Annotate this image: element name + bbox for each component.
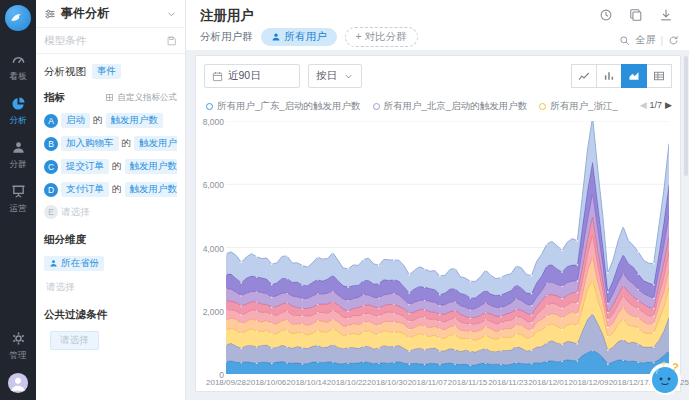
sidebar-header: 事件分析 — [36, 0, 185, 28]
data-point-marker — [500, 277, 502, 279]
chevron-down-icon[interactable] — [166, 8, 177, 19]
nav-item-看板[interactable]: 看板 — [10, 52, 27, 83]
data-point-marker — [363, 259, 365, 261]
gear-icon — [11, 331, 26, 348]
data-point-marker — [531, 275, 533, 277]
dashboard-icon — [11, 52, 26, 69]
download-icon[interactable] — [659, 8, 673, 22]
users-icon — [11, 140, 26, 157]
metric-conjunction: 的 — [112, 183, 122, 196]
metric-row-D[interactable]: D支付订单的触发用户数 — [44, 182, 177, 197]
metric-row-C[interactable]: C提交订单的触发用户数 — [44, 159, 177, 174]
save-icon[interactable] — [166, 35, 177, 46]
metric-event-pill[interactable]: 支付订单 — [61, 182, 109, 197]
chart-type-button-line-chart[interactable] — [571, 64, 597, 88]
metric-event-pill[interactable]: 提交订单 — [61, 159, 109, 174]
app-logo[interactable] — [5, 5, 31, 31]
nav-item-运营[interactable]: 运营 — [10, 184, 27, 215]
data-point-marker — [240, 261, 242, 263]
x-axis-label: 2018/12/17 — [609, 378, 649, 387]
metric-conjunction: 的 — [122, 137, 132, 150]
metric-letter: B — [44, 137, 58, 151]
data-point-marker — [576, 240, 578, 242]
y-axis-label: 6,000 — [198, 180, 224, 190]
metric-event-pill[interactable]: 启动 — [61, 113, 90, 128]
legend-item[interactable]: 所有用户_浙江_启动的触发用户数 — [539, 100, 618, 113]
metric-letter: E — [44, 205, 58, 219]
metric-measure-pill[interactable]: 触发用户数 — [134, 136, 177, 151]
model-conditions-row[interactable]: 模型条件 — [36, 28, 185, 54]
data-point-marker — [317, 256, 319, 258]
cohort-value: 所有用户 — [285, 30, 327, 44]
metric-letter: C — [44, 160, 58, 174]
compare-cohort-button[interactable]: + 对比分群 — [345, 27, 418, 47]
x-axis-label: 2018/10/06 — [246, 378, 286, 387]
search-icon[interactable] — [619, 35, 630, 46]
metric-row-E[interactable]: E请选择 — [44, 205, 177, 219]
x-axis-label: 2018/09/28 — [206, 378, 246, 387]
assistant-mascot[interactable]: ? ? — [647, 358, 685, 396]
legend-page-indicator: 1/7 — [650, 100, 663, 110]
metric-letter: A — [44, 114, 58, 128]
stacked-area-chart[interactable] — [226, 121, 669, 374]
main-area: 注册用户 分析用户群 所有用户 + 对比分群 全屏 | — [186, 0, 689, 400]
breakdown-placeholder[interactable]: 请选择 — [46, 281, 177, 294]
svg-text:?: ? — [661, 360, 667, 368]
data-point-marker — [347, 268, 349, 270]
metric-measure-pill[interactable]: 触发用户数 — [106, 113, 164, 128]
x-axis-label: 2018/10/14 — [286, 378, 326, 387]
metric-conjunction: 的 — [93, 114, 103, 127]
nav-item-管理[interactable]: 管理 — [10, 331, 27, 362]
data-point-marker — [256, 256, 258, 258]
copy-icon[interactable] — [629, 8, 643, 22]
x-axis-label: 2018/12/01 — [528, 378, 568, 387]
legend-color-dot — [206, 103, 213, 110]
legend-next-button[interactable]: ▶ — [665, 100, 672, 110]
history-icon[interactable] — [599, 8, 613, 22]
legend-item[interactable]: 所有用户_广东_启动的触发用户数 — [206, 100, 361, 113]
model-icon — [44, 8, 56, 19]
nav-item-分析[interactable]: 分析 — [10, 96, 27, 127]
metric-measure-pill[interactable]: 触发用户数 — [125, 182, 178, 197]
area-chart-icon — [628, 70, 640, 82]
custom-formula-label: 自定义指标公式 — [118, 92, 178, 104]
filter-label: 公共过滤条件 — [44, 308, 177, 322]
x-axis-label: 2018/12/09 — [568, 378, 608, 387]
metric-event-pill[interactable]: 加入购物车 — [61, 136, 119, 151]
chart-type-button-table[interactable] — [646, 64, 672, 88]
data-point-marker — [561, 250, 563, 252]
breakdown-pill[interactable]: 所在省份 — [44, 256, 104, 271]
nav-rail: 看板分析分群运营 管理 — [0, 0, 36, 400]
metric-row-A[interactable]: A启动的触发用户数 — [44, 113, 177, 128]
legend-item[interactable]: 所有用户_北京_启动的触发用户数 — [373, 100, 528, 113]
metrics-label: 指标 — [44, 91, 65, 105]
chart-type-button-bar-chart[interactable] — [596, 64, 622, 88]
granularity-select[interactable]: 按日 — [308, 64, 362, 88]
user-avatar[interactable] — [7, 372, 29, 394]
fullscreen-button[interactable]: 全屏 — [635, 33, 655, 47]
metric-measure-pill[interactable]: 触发用户数 — [125, 159, 178, 174]
refresh-icon[interactable] — [668, 35, 679, 46]
bar-chart-icon — [603, 70, 615, 82]
nav-item-分群[interactable]: 分群 — [10, 140, 27, 171]
filter-placeholder[interactable]: 请选择 — [50, 331, 99, 350]
view-value-pill[interactable]: 事件 — [92, 64, 121, 79]
analysis-icon — [11, 96, 26, 113]
cohort-pill[interactable]: 所有用户 — [261, 28, 337, 46]
data-point-marker — [515, 265, 517, 267]
scrollbar[interactable] — [684, 56, 688, 176]
metric-placeholder[interactable]: 请选择 — [61, 206, 90, 219]
chart-type-button-area-chart[interactable] — [621, 64, 647, 88]
data-point-marker — [668, 142, 669, 144]
x-axis-labels: 2018/09/282018/10/062018/10/142018/10/22… — [226, 378, 669, 390]
legend-prev-button[interactable]: ◀ — [640, 100, 647, 110]
app-window: 看板分析分群运营 管理 事件分析 模型条件 分析视图 事件 指标 — [0, 0, 689, 400]
breakdown-label: 细分维度 — [44, 233, 177, 247]
custom-formula-link[interactable]: 自定义指标公式 — [105, 92, 178, 104]
date-range-picker[interactable]: 近90日 — [204, 64, 300, 88]
metric-row-B[interactable]: B加入购物车的触发用户数 — [44, 136, 177, 151]
user-icon — [49, 259, 58, 268]
calendar-icon — [212, 71, 223, 82]
granularity-value: 按日 — [316, 69, 337, 83]
main-header: 注册用户 分析用户群 所有用户 + 对比分群 全屏 | — [186, 0, 689, 50]
